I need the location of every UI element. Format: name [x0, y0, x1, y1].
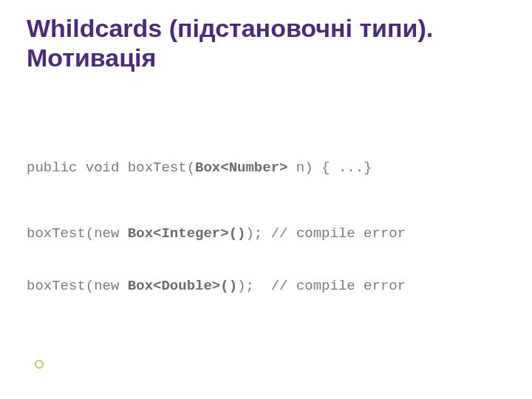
code-line-1-a: public void boxTest(: [27, 160, 195, 176]
code-line-3-a: boxTest(new: [27, 278, 128, 294]
code-line-1-c: n) { ...}: [287, 160, 372, 176]
code-line-1-b: Box<Number>: [195, 160, 287, 176]
code-line-2: boxTest(new Box<Integer>()); // compile …: [27, 225, 505, 243]
code-line-2-b: Box<Integer>(): [128, 225, 246, 242]
code-line-2-c: ); // compile error: [245, 225, 406, 242]
decorative-bullet-icon: [35, 360, 44, 369]
slide-title: Whildcards (підстановочні типи). Мотивац…: [27, 13, 505, 72]
code-line-2-a: boxTest(new: [27, 225, 128, 242]
code-line-3-c: ); // compile error: [237, 278, 406, 294]
code-line-3: boxTest(new Box<Double>()); // compile e…: [27, 278, 505, 296]
code-line-3-b: Box<Double>(): [128, 278, 237, 294]
slide: Whildcards (підстановочні типи). Мотивац…: [0, 0, 532, 399]
code-block: public void boxTest(Box<Number> n) { ...…: [27, 124, 505, 330]
code-line-1: public void boxTest(Box<Number> n) { ...…: [27, 160, 505, 177]
